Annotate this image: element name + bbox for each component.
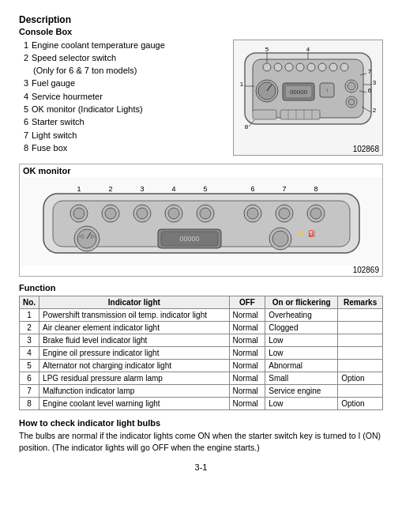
list-item: 6Starter switch bbox=[19, 116, 225, 128]
col-on: On or flickering bbox=[265, 296, 338, 308]
svg-text:5: 5 bbox=[265, 46, 269, 53]
description-content: 1Engine coolant temperature gauge 2Speed… bbox=[19, 40, 383, 156]
svg-point-37 bbox=[348, 99, 355, 105]
how-to-section: How to check indicator light bulbs The b… bbox=[19, 418, 383, 455]
table-body: 1 Powershift transmission oil temp. indi… bbox=[20, 308, 383, 409]
cell-no: 4 bbox=[20, 346, 39, 359]
cell-on: Low bbox=[265, 334, 338, 346]
figure1-number: 102868 bbox=[353, 145, 379, 153]
col-indicator: Indicator light bbox=[39, 296, 229, 308]
svg-point-18 bbox=[263, 63, 271, 71]
cell-off: Normal bbox=[229, 334, 265, 346]
table-header-row: No. Indicator light OFF On or flickering… bbox=[20, 296, 383, 308]
cell-on: Small bbox=[265, 372, 338, 384]
col-off: OFF bbox=[229, 296, 265, 308]
cell-light: Powershift transmission oil temp. indica… bbox=[39, 308, 229, 321]
ok-monitor-header: OK monitor bbox=[20, 164, 382, 177]
table-row: 8 Engine coolant level warning light Nor… bbox=[20, 397, 383, 409]
svg-point-21 bbox=[296, 63, 304, 71]
cell-light: Air cleaner element indicator light bbox=[39, 321, 229, 334]
svg-point-57 bbox=[105, 208, 116, 219]
cell-on: Service engine bbox=[265, 384, 338, 397]
cell-on: Abnormal bbox=[265, 359, 338, 372]
svg-point-35 bbox=[348, 82, 355, 90]
svg-point-69 bbox=[310, 208, 321, 219]
cell-light: Engine oil pressure indicator light bbox=[39, 346, 229, 359]
cell-off: Normal bbox=[229, 308, 265, 321]
svg-point-61 bbox=[168, 208, 179, 219]
cell-remarks bbox=[338, 334, 383, 346]
cell-remarks bbox=[338, 359, 383, 372]
svg-text:1: 1 bbox=[77, 185, 81, 193]
cell-light: Engine coolant level warning light bbox=[39, 397, 229, 409]
cell-no: 3 bbox=[20, 334, 39, 346]
how-to-title: How to check indicator light bulbs bbox=[19, 418, 383, 428]
list-item: 3Fuel gauge bbox=[19, 77, 225, 89]
cell-no: 7 bbox=[20, 384, 39, 397]
table-row: 1 Powershift transmission oil temp. indi… bbox=[20, 308, 383, 321]
svg-text:8: 8 bbox=[245, 123, 249, 130]
list-item: 5OK monitor (Indicator Lights) bbox=[19, 104, 225, 115]
table-row: 7 Malfunction indicator lamp Normal Serv… bbox=[20, 384, 383, 397]
cell-light: LPG residual pressure alarm lamp bbox=[39, 372, 229, 384]
svg-point-79 bbox=[272, 231, 288, 247]
svg-point-63 bbox=[200, 208, 211, 219]
list-item: 2Speed selector switch(Only for 6 & 7 to… bbox=[19, 52, 225, 77]
svg-rect-38 bbox=[253, 110, 276, 119]
cell-off: Normal bbox=[229, 346, 265, 359]
how-to-text: The bulbs are normal if the indicator li… bbox=[19, 430, 383, 455]
table-row: 6 LPG residual pressure alarm lamp Norma… bbox=[20, 372, 383, 384]
section-title: Description bbox=[19, 14, 383, 25]
page-number: 3-1 bbox=[19, 462, 383, 472]
svg-rect-39 bbox=[280, 110, 320, 119]
monitor-svg: 1 2 3 4 5 6 7 8 bbox=[36, 182, 367, 261]
list-item: 8Fuse box bbox=[19, 142, 225, 154]
svg-point-20 bbox=[285, 63, 293, 71]
col-no: No. bbox=[20, 296, 39, 308]
svg-text:00000: 00000 bbox=[179, 235, 199, 243]
cell-light: Malfunction indicator lamp bbox=[39, 384, 229, 397]
svg-point-59 bbox=[137, 208, 148, 219]
cell-on: Overheating bbox=[265, 308, 338, 321]
svg-text:4: 4 bbox=[306, 46, 310, 53]
cell-no: 8 bbox=[20, 397, 39, 409]
svg-text:3: 3 bbox=[140, 185, 144, 193]
svg-point-65 bbox=[247, 208, 258, 219]
cell-no: 6 bbox=[20, 372, 39, 384]
svg-text:7: 7 bbox=[368, 68, 372, 75]
svg-text:4: 4 bbox=[171, 185, 175, 193]
svg-text:5: 5 bbox=[203, 185, 207, 193]
cell-off: Normal bbox=[229, 359, 265, 372]
svg-text:3: 3 bbox=[373, 79, 377, 86]
cell-no: 2 bbox=[20, 321, 39, 334]
svg-text:1: 1 bbox=[240, 81, 244, 88]
svg-text:6: 6 bbox=[250, 185, 254, 193]
svg-point-23 bbox=[318, 63, 326, 71]
description-section: Description Console Box 1Engine coolant … bbox=[19, 14, 383, 156]
console-svg: 4 5 3 2 7 6 bbox=[237, 45, 379, 138]
monitor-diagram: 1 2 3 4 5 6 7 8 bbox=[20, 177, 382, 266]
cell-on: Low bbox=[265, 397, 338, 409]
svg-point-19 bbox=[274, 63, 282, 71]
table-row: 3 Brake fluid level indicator light Norm… bbox=[20, 334, 383, 346]
svg-point-22 bbox=[307, 63, 315, 71]
cell-light: Brake fluid level indicator light bbox=[39, 334, 229, 346]
ok-monitor-section: OK monitor 1 2 3 4 5 6 7 8 bbox=[19, 164, 383, 277]
svg-text:↑: ↑ bbox=[325, 87, 329, 94]
col-remarks: Remarks bbox=[338, 296, 383, 308]
svg-text:⛽: ⛽ bbox=[308, 229, 316, 237]
cell-on: Clogged bbox=[265, 321, 338, 334]
svg-text:7: 7 bbox=[282, 185, 286, 193]
cell-off: Normal bbox=[229, 397, 265, 409]
svg-text:2: 2 bbox=[108, 185, 112, 193]
table-row: 4 Engine oil pressure indicator light No… bbox=[20, 346, 383, 359]
table-row: 2 Air cleaner element indicator light No… bbox=[20, 321, 383, 334]
cell-remarks bbox=[338, 384, 383, 397]
cell-remarks bbox=[338, 321, 383, 334]
svg-text:2: 2 bbox=[373, 107, 377, 114]
console-list: 1Engine coolant temperature gauge 2Speed… bbox=[19, 40, 225, 155]
function-section: Function No. Indicator light OFF On or f… bbox=[19, 283, 383, 410]
cell-off: Normal bbox=[229, 321, 265, 334]
table-row: 5 Alternator not charging indicator ligh… bbox=[20, 359, 383, 372]
cell-remarks: Option bbox=[338, 372, 383, 384]
